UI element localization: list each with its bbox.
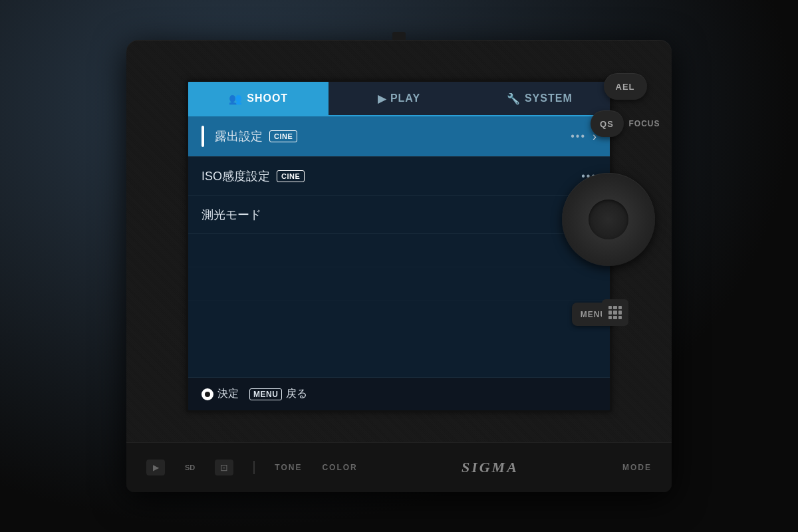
sigma-logo: SIGMA: [462, 459, 519, 476]
tab-system-label: SYSTEM: [525, 92, 573, 104]
qs-focus-group: QS FOCUS: [591, 110, 660, 137]
menu-item-left: 露出設定 CINE: [201, 126, 297, 147]
menu-item-left-metering: 測光モード: [201, 207, 261, 223]
bottom-labels: ▶ SD ⊡ TONE COLOR: [146, 460, 358, 475]
grid-dot: [618, 316, 622, 319]
menu-item-iso[interactable]: ISO感度設定 CINE •••: [188, 157, 610, 196]
grid-dot: [618, 306, 622, 309]
circle-btn-inner: [205, 392, 210, 397]
grid-dot: [608, 316, 612, 319]
frame-button[interactable]: ⊡: [215, 460, 233, 475]
camera-body: 👥 SHOOT ▶ PLAY 🔧 SYSTEM 露出: [126, 40, 672, 492]
camera-top-bump: [392, 32, 406, 40]
confirm-label: 決定: [217, 387, 239, 401]
back-btn: MENU 戻る: [249, 387, 307, 401]
dpad-center[interactable]: [589, 200, 628, 239]
divider: [253, 461, 255, 474]
metering-label: 測光モード: [201, 207, 261, 223]
nav-tabs: 👥 SHOOT ▶ PLAY 🔧 SYSTEM: [188, 82, 610, 116]
camera-bottom-strip: ▶ SD ⊡ TONE COLOR SIGMA MODE: [126, 442, 672, 492]
focus-label: FOCUS: [629, 119, 660, 128]
menu-item-empty-2: [188, 267, 610, 301]
circle-btn-icon: [201, 388, 213, 400]
menu-badge: MENU: [249, 388, 282, 400]
right-controls: AEL QS FOCUS: [592, 73, 658, 137]
ael-button[interactable]: AEL: [604, 73, 647, 100]
more-dots-icon: •••: [571, 130, 586, 142]
back-label: 戻る: [286, 387, 307, 401]
tone-label: TONE: [275, 463, 302, 472]
wrench-icon: 🔧: [507, 92, 521, 105]
menu-item-empty-1: [188, 234, 610, 267]
sd-label: SD: [185, 464, 195, 471]
qs-button[interactable]: QS: [591, 110, 624, 137]
ael-label: AEL: [616, 82, 635, 92]
shoot-icon: 👥: [229, 92, 243, 105]
empty-space: [188, 301, 610, 377]
grid-dot: [613, 316, 616, 319]
play-button-small[interactable]: ▶: [146, 460, 165, 475]
bottom-bar: 決定 MENU 戻る: [188, 377, 610, 410]
tab-shoot-label: SHOOT: [247, 92, 288, 104]
color-label: COLOR: [322, 463, 357, 472]
lcd-screen: 👥 SHOOT ▶ PLAY 🔧 SYSTEM 露出: [186, 80, 612, 412]
confirm-btn: 決定: [201, 387, 239, 401]
tab-shoot[interactable]: 👥 SHOOT: [188, 82, 329, 115]
grid-dot: [608, 311, 612, 314]
menu-list: 露出設定 CINE ••• › ISO感度設定 CINE •••: [188, 116, 610, 377]
qs-label: QS: [600, 119, 614, 129]
exposure-label: 露出設定: [215, 128, 263, 144]
tab-play[interactable]: ▶ PLAY: [329, 82, 469, 115]
grid-dot: [618, 311, 622, 314]
cine-badge-2: CINE: [277, 170, 305, 182]
iso-label: ISO感度設定: [201, 168, 270, 184]
tab-system[interactable]: 🔧 SYSTEM: [469, 82, 610, 115]
grid-button[interactable]: [602, 299, 628, 326]
grid-dot: [608, 306, 612, 309]
tab-play-label: PLAY: [390, 92, 420, 104]
mode-label: MODE: [622, 463, 652, 472]
menu-item-metering[interactable]: 測光モード: [188, 196, 610, 234]
grid-icon: [608, 306, 622, 319]
dpad-dial[interactable]: [562, 173, 655, 266]
menu-item-exposure[interactable]: 露出設定 CINE ••• ›: [188, 116, 610, 157]
screen-content: 👥 SHOOT ▶ PLAY 🔧 SYSTEM 露出: [188, 82, 610, 410]
active-indicator: [201, 126, 204, 147]
grid-dot: [613, 306, 616, 309]
dpad-outer-ring[interactable]: [562, 173, 655, 266]
grid-dot: [613, 311, 616, 314]
menu-item-left-iso: ISO感度設定 CINE: [201, 168, 305, 184]
play-icon: ▶: [378, 92, 386, 105]
cine-badge-1: CINE: [269, 130, 297, 142]
